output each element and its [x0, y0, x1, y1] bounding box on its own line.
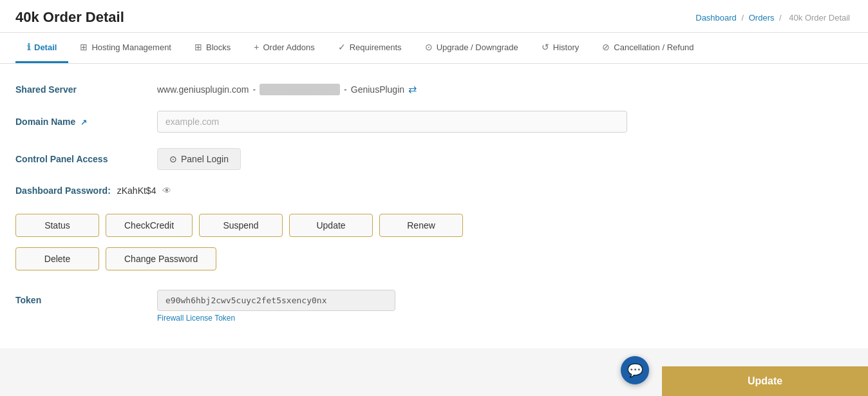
shared-server-label: Shared Server [15, 84, 157, 95]
tab-order-addons[interactable]: + Order Addons [242, 33, 326, 63]
shared-server-row: Shared Server www.geniusplugin.com - ███… [15, 83, 853, 95]
external-link-icon[interactable]: ↗ [80, 118, 87, 127]
shared-server-provider: GeniusPlugin [351, 84, 404, 95]
grid-icon-2: ⊞ [194, 42, 202, 52]
delete-button[interactable]: Delete [15, 247, 99, 270]
page-header: 40k Order Detail Dashboard / Orders / 40… [0, 0, 868, 33]
upgrade-icon: ⊙ [425, 42, 433, 52]
control-panel-label: Control Panel Access [15, 154, 157, 164]
suspend-button[interactable]: Suspend [199, 214, 283, 237]
domain-name-row: Domain Name ↗ [15, 111, 853, 133]
update-button-row1[interactable]: Update [289, 214, 373, 237]
breadcrumb-current: 40k Order Detail [789, 13, 850, 23]
breadcrumb-orders[interactable]: Orders [749, 13, 775, 23]
token-label: Token [15, 290, 157, 305]
shared-server-url: www.geniusplugin.com [157, 84, 249, 95]
info-icon: ℹ [27, 42, 30, 52]
check-credit-button[interactable]: CheckCredit [106, 214, 193, 237]
grid-icon-1: ⊞ [80, 42, 88, 52]
domain-name-field-value [157, 111, 853, 133]
tab-blocks[interactable]: ⊞ Blocks [183, 33, 242, 63]
token-row: Token Firewall License Token [15, 290, 853, 323]
action-buttons-row1: Status CheckCredit Suspend Update Renew [15, 214, 853, 237]
tab-detail[interactable]: ℹ Detail [15, 33, 68, 63]
history-icon: ↺ [542, 42, 549, 52]
panel-login-button[interactable]: ⊙ Panel Login [157, 148, 241, 170]
domain-name-label: Domain Name ↗ [15, 117, 157, 127]
panel-login-icon: ⊙ [169, 154, 177, 164]
tabs-bar: ℹ Detail ⊞ Hosting Management ⊞ Blocks +… [0, 33, 868, 64]
eye-icon[interactable]: 👁 [162, 185, 171, 196]
dashboard-password-label: Dashboard Password: [15, 185, 111, 196]
token-value-col: Firewall License Token [157, 290, 853, 323]
token-section: Token Firewall License Token [15, 290, 853, 323]
control-panel-field-value: ⊙ Panel Login [157, 148, 853, 170]
tab-requirements[interactable]: ✓ Requirements [326, 33, 413, 63]
page-title: 40k Order Detail [15, 9, 124, 26]
status-button[interactable]: Status [15, 214, 99, 237]
check-icon: ✓ [338, 42, 346, 52]
dashboard-password-row: Dashboard Password: zKahKt$4 👁 [15, 185, 853, 196]
shared-server-ip: ██████████ [259, 84, 340, 95]
change-password-button[interactable]: Change Password [106, 247, 216, 270]
main-content: Shared Server www.geniusplugin.com - ███… [0, 64, 868, 348]
action-buttons-row2: Delete Change Password [15, 247, 853, 270]
breadcrumb-dashboard[interactable]: Dashboard [695, 13, 737, 23]
cancel-icon: ⊘ [602, 42, 610, 52]
tab-cancellation-refund[interactable]: ⊘ Cancellation / Refund [590, 33, 705, 63]
token-sub-label: Firewall License Token [157, 314, 853, 323]
tab-hosting-management[interactable]: ⊞ Hosting Management [68, 33, 183, 63]
plus-icon: + [254, 42, 259, 52]
control-panel-row: Control Panel Access ⊙ Panel Login [15, 148, 853, 170]
breadcrumb: Dashboard / Orders / 40k Order Detail [695, 13, 853, 23]
token-input[interactable] [157, 290, 395, 311]
shared-server-value: www.geniusplugin.com - ██████████ - Geni… [157, 83, 853, 95]
tab-upgrade-downgrade[interactable]: ⊙ Upgrade / Downgrade [413, 33, 530, 63]
domain-name-input[interactable] [157, 111, 627, 133]
renew-button[interactable]: Renew [379, 214, 463, 237]
dashboard-password-value: zKahKt$4 [117, 185, 156, 196]
swap-icon[interactable]: ⇄ [408, 83, 417, 95]
tab-history[interactable]: ↺ History [530, 33, 590, 63]
